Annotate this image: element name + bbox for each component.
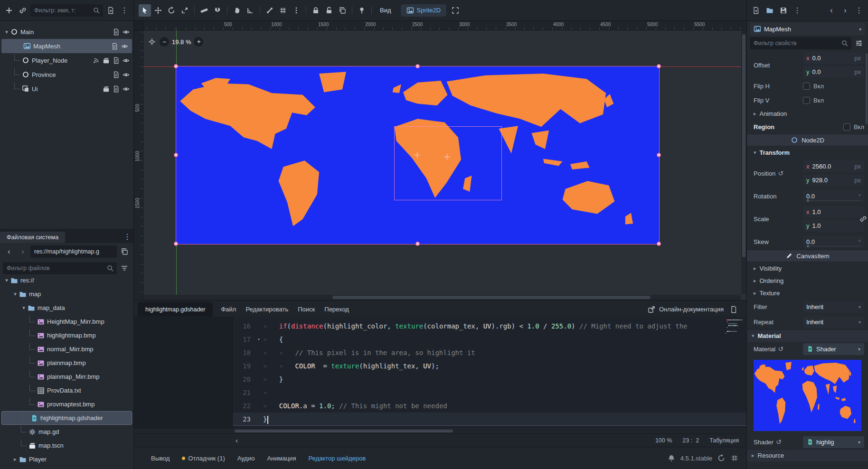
notifications-bell-icon[interactable]: [667, 454, 676, 462]
bottom-tab-Вывод[interactable]: Вывод: [151, 455, 170, 462]
shader-resource-chip[interactable]: highlig ▾: [803, 436, 864, 448]
viewport-vscrollbar[interactable]: [741, 30, 746, 294]
line-number[interactable]: 22: [233, 399, 255, 413]
load-resource-button[interactable]: [764, 4, 776, 17]
snap-toggle[interactable]: [211, 4, 224, 17]
scale-x-field[interactable]: x1.0: [803, 206, 864, 218]
selection-handle-tl[interactable]: [174, 64, 178, 68]
scene-filter-box[interactable]: [30, 4, 103, 17]
section-transform[interactable]: ▾Transform: [747, 146, 868, 159]
edited-node-selector[interactable]: MapMesh ▾: [750, 23, 865, 35]
expand-arrow-icon[interactable]: ▸: [11, 456, 19, 462]
zoom-level[interactable]: 19.8 %: [172, 38, 191, 46]
code-line-22[interactable]: 22» COLOR.a = 1.0; // This might not be …: [233, 399, 746, 413]
fs-filter-box[interactable]: [3, 262, 117, 274]
sprite2d-context-menu[interactable]: Sprite2D: [401, 4, 447, 17]
code-minimap[interactable]: [726, 319, 743, 335]
code-line-21[interactable]: 21»: [233, 386, 746, 399]
file-entry-Player[interactable]: ▸Player: [0, 452, 133, 466]
bottom-tab-Редактор шейдеров[interactable]: Редактор шейдеров: [308, 455, 366, 462]
code-line-18[interactable]: 18» » // This pixel is in the area, so h…: [233, 346, 746, 359]
script-icon[interactable]: [113, 71, 120, 78]
code-line-23[interactable]: 23}: [233, 413, 746, 426]
position-y-field[interactable]: y928.0px: [803, 174, 864, 186]
eye-icon[interactable]: [123, 28, 130, 36]
indent-mode[interactable]: Табуляция: [709, 437, 739, 444]
file-entry-highlightmap.gdshader[interactable]: highlightmap.gdshader: [1, 411, 132, 425]
material-resource-chip[interactable]: Shader ▾: [803, 343, 864, 355]
rotate-tool[interactable]: [165, 4, 178, 17]
shader-file-tab[interactable]: highlightmap.gdshader: [138, 302, 213, 317]
fold-arrow-icon[interactable]: ▾: [255, 333, 263, 346]
selection-handle-tr[interactable]: [657, 64, 661, 68]
expand-arrow-icon[interactable]: ▾: [11, 291, 19, 297]
file-entry-provmaptest.bmp[interactable]: provmaptest.bmp: [0, 397, 133, 411]
line-number[interactable]: 20: [233, 373, 255, 386]
select-tool[interactable]: [139, 4, 151, 17]
canvas-2d[interactable]: − 19.8 % ＋: [143, 30, 746, 300]
shader-list-panel[interactable]: [134, 317, 233, 429]
menu-Переход[interactable]: Переход: [320, 304, 353, 315]
position-x-field[interactable]: x2560.0px: [803, 160, 864, 172]
code-hscroll-thumb[interactable]: [235, 430, 453, 432]
scale-y-field[interactable]: y1.0: [803, 220, 864, 232]
line-number[interactable]: 19: [233, 359, 255, 373]
expand-arrow-icon[interactable]: ▾: [3, 277, 10, 283]
file-entry-plainmap.bmp[interactable]: plainmap.bmp: [0, 356, 133, 370]
fs-path-field[interactable]: [30, 245, 117, 258]
fs-filter-input[interactable]: [6, 264, 106, 272]
skew-field[interactable]: 0.0°: [803, 236, 864, 248]
expand-viewport-button[interactable]: [449, 4, 462, 17]
menu-Файл[interactable]: Файл: [217, 304, 240, 315]
bottom-tab-Отладчик (1)[interactable]: Отладчик (1): [182, 455, 225, 462]
code-line-20[interactable]: 20» }: [233, 373, 746, 386]
scene-node-Main[interactable]: ▾Main: [0, 25, 133, 39]
fs-back-button[interactable]: ‹: [3, 245, 15, 258]
flip-v-checkbox[interactable]: Вкл: [803, 97, 864, 104]
file-entry-map.tscn[interactable]: map.tscn: [0, 439, 133, 452]
eye-icon[interactable]: [121, 43, 128, 50]
line-number[interactable]: 16: [233, 319, 255, 333]
zoom-in-button[interactable]: ＋: [194, 37, 203, 47]
section-animation[interactable]: ▸Animation: [747, 107, 868, 120]
zoom-out-button[interactable]: −: [160, 37, 169, 47]
collapse-list-button[interactable]: ‹: [236, 436, 238, 444]
group-selected[interactable]: [336, 4, 349, 17]
code-line-17[interactable]: 17▾» {: [233, 333, 746, 346]
scene-dock-menu-button[interactable]: ⋮: [118, 4, 131, 17]
node2d-section-header[interactable]: Node2D: [747, 134, 868, 146]
rotation-field[interactable]: 0.0°: [803, 190, 864, 202]
eye-icon[interactable]: [123, 71, 130, 78]
file-entry-highlightmap.bmp[interactable]: highlightmap.bmp: [0, 328, 133, 342]
online-docs-button[interactable]: Онлайн-документация: [659, 306, 724, 313]
section-visibility[interactable]: ▸Visibility: [747, 262, 868, 274]
line-number[interactable]: 21: [233, 386, 255, 399]
file-entry-HeightMap_Mirr.bmp[interactable]: HeightMap_Mirr.bmp: [0, 315, 133, 328]
version-label[interactable]: 4.5.1.stable: [680, 455, 712, 462]
measure-tool[interactable]: [244, 4, 256, 17]
offset-x-field[interactable]: x0.0px: [803, 52, 864, 64]
shader-panel-float-button[interactable]: [727, 303, 740, 316]
file-entry-map[interactable]: ▾map: [0, 287, 133, 301]
inspector-scroll-thumb[interactable]: [866, 53, 868, 124]
history-forward-button[interactable]: ›: [839, 4, 851, 17]
selection-handle-mr[interactable]: [657, 153, 661, 157]
signal-icon[interactable]: [93, 57, 100, 64]
script-icon[interactable]: [113, 57, 120, 64]
skeleton-options[interactable]: [264, 4, 276, 17]
scene-node-Ui[interactable]: Ui: [0, 82, 133, 96]
view-menu-button[interactable]: Вид: [375, 5, 396, 16]
unlock-selected[interactable]: [323, 4, 335, 17]
shader-code-editor[interactable]: 16» if(distance(highlight_color, texture…: [233, 317, 746, 429]
flip-h-checkbox[interactable]: Вкл: [803, 83, 864, 90]
pan-tool[interactable]: [231, 4, 243, 17]
center-view-icon[interactable]: [147, 37, 157, 47]
movie-icon[interactable]: [103, 85, 110, 93]
vscroll-thumb[interactable]: [742, 34, 745, 257]
update-spinner-icon[interactable]: [717, 454, 726, 462]
save-resource-button[interactable]: [777, 4, 790, 17]
selection-handle-tm[interactable]: [415, 64, 420, 68]
attach-script-button[interactable]: [104, 4, 117, 17]
move-tool[interactable]: [152, 4, 164, 17]
history-back-button[interactable]: ‹: [825, 4, 838, 17]
